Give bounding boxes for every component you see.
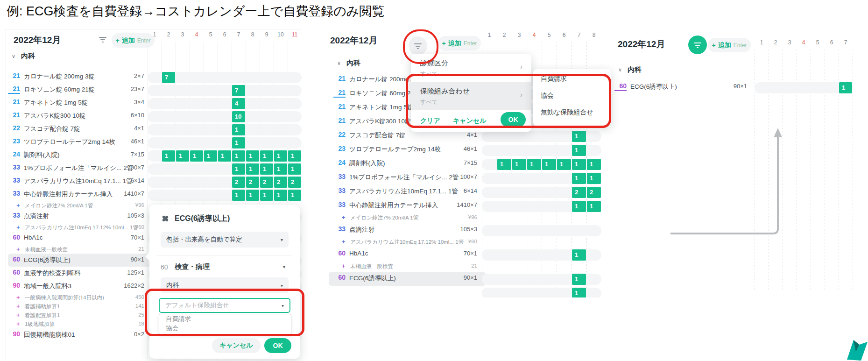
day-cell[interactable]: 1 (260, 190, 273, 201)
department-select[interactable]: 内科▾ (161, 277, 289, 293)
chevron-down-icon[interactable]: ∨ (618, 67, 622, 73)
day-cell[interactable]: 1 (204, 150, 217, 162)
day-cell[interactable]: 1 (246, 163, 259, 175)
day-cell[interactable]: 1 (218, 150, 231, 162)
day-cell[interactable]: 2 (274, 177, 287, 188)
drug-row[interactable]: 33点滴注射105×3 (6, 211, 149, 224)
day-cell[interactable]: 2 (246, 177, 259, 188)
day-cell[interactable]: 1 (288, 190, 301, 201)
submenu-option[interactable]: 無効な保険組合せ (541, 108, 593, 117)
drug-row[interactable]: 33点滴注射105×3 (327, 224, 482, 238)
drug-row[interactable]: 60HbA1c70×1 (6, 233, 149, 246)
day-cell[interactable]: 1 (497, 159, 511, 170)
sub-item-row[interactable]: +一般病棟入院期間加算(14日以内)450 (6, 294, 149, 303)
day-cell[interactable]: 1 (260, 163, 273, 175)
drug-row[interactable]: 90回復期機能病棟010×2 (6, 329, 149, 342)
cancel-button[interactable]: キャンセル (212, 338, 261, 353)
day-cell[interactable]: 1 (557, 159, 571, 170)
day-cell[interactable]: 1 (572, 159, 586, 170)
drug-row[interactable]: 60ECG(6誘導以上)90×1 (612, 81, 752, 94)
drug-row[interactable]: 33中心静脈注射用カテーテル挿入1410×7 (327, 200, 482, 214)
day-cell[interactable]: 1 (572, 173, 586, 184)
day-cell[interactable]: 2 (260, 177, 273, 188)
drug-row[interactable]: 21ロキソニン錠 60mg 21錠23×7 (6, 84, 149, 97)
filter-button[interactable] (688, 35, 707, 54)
clear-button[interactable]: クリア (420, 117, 440, 125)
day-cell[interactable]: 10 (232, 111, 245, 122)
ok-button[interactable]: OK (264, 338, 291, 353)
drug-row[interactable]: 21カロナール錠 200mg 3錠2×7 (6, 71, 149, 84)
drug-row[interactable]: 33中心静脈注射用カテーテル挿入1410×7 (6, 189, 149, 202)
day-cell[interactable]: 1 (260, 150, 273, 162)
day-cell[interactable]: 1 (572, 274, 586, 285)
day-cell[interactable]: 1 (162, 150, 175, 162)
day-cell[interactable]: 4 (232, 98, 245, 109)
day-cell[interactable]: 1 (190, 150, 203, 162)
day-cell[interactable]: 1 (839, 82, 852, 93)
day-cell[interactable]: 1 (587, 173, 601, 184)
drug-row[interactable]: 60ECG(6誘導以上)90×1 (6, 255, 149, 268)
drug-row[interactable]: 331%プロポフォール注「マルイシ... 2管100×7 (6, 163, 149, 176)
day-cell[interactable]: 1 (572, 288, 586, 297)
sub-item-row[interactable]: +1級地域加算18 (6, 320, 149, 329)
submenu-option[interactable]: 自費請求 (541, 75, 567, 83)
insurance-option[interactable]: 協会 (159, 324, 291, 333)
day-cell[interactable]: 1 (274, 190, 287, 201)
drug-row[interactable]: 60HbA1c70×1 (327, 248, 482, 262)
chevron-down-icon[interactable]: ∨ (12, 53, 15, 59)
chevron-down-icon[interactable]: ∨ (337, 60, 341, 66)
day-cell[interactable]: 7 (232, 85, 245, 96)
sub-item-row[interactable]: +アスパラカリウム注10mEq 17.12% 10ml... 1管¥60 (6, 224, 149, 233)
sub-item-row[interactable]: +末梢血液一般検査21 (327, 262, 482, 273)
drug-row[interactable]: 21アスパラK錠300 10錠6×10 (6, 110, 149, 123)
drug-row[interactable]: 24調剤料(入院)7×15 (6, 149, 149, 163)
day-cell[interactable]: 1 (527, 159, 541, 170)
add-button[interactable]: +追加Enter (438, 36, 481, 50)
sub-item-row[interactable]: +アスパラカリウム注10mEq 17.12% 10ml... 1管¥60 (327, 238, 482, 248)
day-cell[interactable]: 1 (572, 201, 586, 212)
submenu-option[interactable]: 協会 (541, 92, 554, 100)
day-cell[interactable]: 2 (587, 187, 601, 198)
caret-icon[interactable]: ▾ (283, 264, 285, 269)
day-cell[interactable]: 1 (587, 201, 601, 212)
drug-row[interactable]: 23ツロブテロールテープ2mg 14枚46×1 (327, 144, 482, 158)
menu-item-treatment-category[interactable]: 診療区分すべて› (411, 54, 531, 82)
drug-row[interactable]: 33アスパラカリウム注10mEq 17.1... 1管6×14 (327, 186, 482, 200)
day-cell[interactable]: 1 (288, 163, 301, 175)
filter-button[interactable] (409, 36, 427, 55)
drug-row[interactable]: 22フスコデ配合錠 7錠4×1 (327, 130, 482, 144)
drug-row[interactable]: 22フスコデ配合錠 7錠4×1 (6, 123, 149, 136)
sub-item-row[interactable]: +メイロン静注7% 20ml/A 1管¥96 (327, 214, 482, 224)
drug-row[interactable]: 90地域一般入院料31622×2 (6, 281, 149, 294)
day-cell[interactable]: 1 (288, 150, 301, 162)
day-cell[interactable]: 1 (232, 190, 245, 201)
day-cell[interactable]: 2 (232, 177, 245, 188)
drug-row[interactable]: 23ツロブテロールテープ2mg 14枚46×1 (6, 136, 149, 149)
drug-row[interactable]: 24調剤料(入院)7×15 (327, 158, 482, 172)
drug-row[interactable]: 331%プロポフォール注「マルイシ... 2管100×7 (327, 172, 482, 186)
day-cell[interactable]: 1 (232, 150, 245, 162)
sub-item-row[interactable]: +メイロン静注7% 20ml/A 1管¥96 (6, 202, 149, 211)
cancel-button[interactable]: キャンセル (453, 117, 487, 125)
ok-button[interactable]: OK (501, 112, 526, 127)
day-cell[interactable]: 2 (572, 187, 586, 198)
sub-item-row[interactable]: +看護補助加算1141 (6, 303, 149, 311)
day-cell[interactable]: 7 (162, 72, 175, 83)
drug-row[interactable]: 60ECG(6誘導以上)90×1 (327, 273, 482, 287)
drug-row[interactable]: 33アスパラカリウム注10mEq 17.1... 1管6×14 (6, 176, 149, 189)
filter-icon[interactable] (99, 37, 107, 43)
day-cell[interactable]: 1 (572, 249, 586, 261)
insurance-option[interactable]: 自費請求 (159, 314, 291, 324)
day-cell[interactable]: 1 (512, 159, 526, 170)
drug-row[interactable] (327, 287, 482, 297)
day-cell[interactable]: 1 (587, 159, 601, 170)
drug-row[interactable]: 21アキネトン錠 1mg 5錠3×4 (6, 97, 149, 110)
day-cell[interactable]: 1 (274, 150, 287, 162)
insurance-select[interactable]: デフォルト保険組合せ▾ (159, 298, 290, 313)
calc-method-select[interactable]: 包括・出来高を自動で算定▾ (161, 232, 289, 248)
day-cell[interactable]: 1 (232, 124, 245, 135)
menu-item-insurance-combination[interactable]: 保険組み合わせすべて› (411, 82, 531, 110)
day-cell[interactable]: 1 (176, 150, 189, 162)
day-cell[interactable]: 1 (232, 137, 245, 149)
sub-item-row[interactable]: +看護配置加算125 (6, 311, 149, 320)
